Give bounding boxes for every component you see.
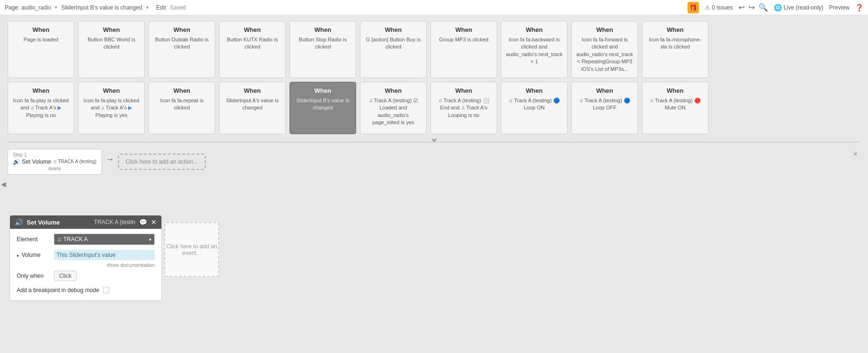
card-desc: SliderInput A's value is changed xyxy=(223,97,281,112)
trigger-card-play-yes[interactable]: When Icon fa fa-play is clicked and ♫Tra… xyxy=(78,82,145,134)
sv-debug-label: Add a breakpoint in debug mode xyxy=(17,287,99,294)
topbar: Page: audio_radio ▾ SliderInput B's valu… xyxy=(0,0,868,15)
card-when: When xyxy=(173,87,190,94)
step-1-box[interactable]: Step 1 🔊 Set Volume ♫ TRACK A (testing) … xyxy=(8,149,102,175)
trigger-card-group-mp3[interactable]: When Group MP3 is clicked xyxy=(430,21,497,78)
edit-label[interactable]: Edit xyxy=(156,4,166,11)
sv-click-button[interactable]: Click xyxy=(54,271,77,281)
trigger-label[interactable]: SliderInput B's value is changed xyxy=(61,4,142,11)
step-label: Step 1 xyxy=(13,152,97,157)
card-desc: ♫ Track A (testing) 🔵 Loop OFF xyxy=(576,97,634,112)
cards-row-2: When Icon fa fa-play is clicked and ♫Tra… xyxy=(8,82,860,134)
trigger-card-play-no[interactable]: When Icon fa fa-play is clicked and ♫Tra… xyxy=(8,82,74,134)
trigger-card-mute-on[interactable]: When ♫ Track A (testing) 🔴 Mute ON xyxy=(642,82,708,134)
card-when: When xyxy=(244,26,260,33)
sv-select-arrow-icon: ▾ xyxy=(149,237,151,242)
sv-volume-row: ● Volume This SliderInput's value xyxy=(17,250,155,260)
volume-icon: 🔊 xyxy=(13,158,20,165)
topbar-right: 🎁 ⚠ 0 issues ↩ ↪ 🔍 🌐 Live (read-only) Pr… xyxy=(688,2,863,13)
cards-row-1: When Page is loaded When Button BBC Worl… xyxy=(8,21,860,78)
card-when: When xyxy=(244,87,260,94)
sv-element-select[interactable]: ♫ TRACK A ▾ xyxy=(54,234,155,245)
card-desc: SliderInput B's value is changed xyxy=(294,97,352,112)
trigger-card-bbc[interactable]: When Button BBC World is clicked xyxy=(78,21,145,78)
sv-only-when-row: Only when Click xyxy=(17,271,155,281)
page-arrow-icon: ▾ xyxy=(55,5,57,10)
card-desc: Button BBC World is clicked xyxy=(82,36,140,51)
card-desc: Icon fa fa-play is clicked and ♫Track A'… xyxy=(82,97,140,119)
card-desc: Group MP3 is clicked xyxy=(439,36,489,43)
trigger-card-dublab[interactable]: When Button Dublab Radio is clicked xyxy=(149,21,215,78)
trigger-card-buy[interactable]: When G [action] Button Buy is clicked xyxy=(360,21,427,78)
live-label: Live (read-only) xyxy=(784,4,823,11)
card-when: When xyxy=(32,26,49,33)
card-when: When xyxy=(103,26,120,33)
left-edge-arrow[interactable]: ◀ xyxy=(0,177,7,191)
sv-title: Set Volume xyxy=(27,219,90,226)
canvas: When Page is loaded When Button BBC Worl… xyxy=(0,15,868,353)
gift-icon[interactable]: 🎁 xyxy=(688,2,699,13)
trigger-card-page-loaded[interactable]: When Page is loaded xyxy=(8,21,74,78)
card-when: When xyxy=(455,87,472,94)
sv-element-row: Element ♫ TRACK A ▾ xyxy=(17,234,155,245)
set-volume-panel: 🔊 Set Volume TRACK A (testin 💬 ✕ Element… xyxy=(10,215,162,301)
step-delete[interactable]: delete xyxy=(13,166,97,171)
trigger-card-slider-a[interactable]: When SliderInput A's value is changed xyxy=(219,82,286,134)
trigger-card-forward[interactable]: When Icon fa fa-forward is clicked and a… xyxy=(571,21,638,78)
card-desc: Icon fa fa-play is clicked and ♫Track A'… xyxy=(12,97,70,119)
card-when: When xyxy=(526,26,542,33)
step-track: ♫ TRACK A (testing) xyxy=(53,159,96,164)
step-arrow-icon: → xyxy=(106,155,114,165)
card-when: When xyxy=(385,87,401,94)
trigger-card-backward[interactable]: When Icon fa fa-backward is clicked and … xyxy=(501,21,568,78)
card-desc: G [action] Button Buy is clicked xyxy=(364,36,422,51)
trigger-card-stop[interactable]: When Button Stop Radio is clicked xyxy=(289,21,356,78)
undo-icon[interactable]: ↩ xyxy=(738,3,745,12)
sv-element-label: Element xyxy=(17,236,50,243)
sv-only-when-label: Only when xyxy=(17,273,50,279)
trigger-card-repeat[interactable]: When Icon fa fa-repeat is clicked xyxy=(149,82,215,134)
card-when: When xyxy=(596,87,613,94)
add-event-box[interactable]: Click here to add an event... xyxy=(164,222,219,277)
card-desc: ♫ Track A (testing) ☑ Loaded and audio_r… xyxy=(364,97,422,127)
trigger-arrow-icon: ▾ xyxy=(146,5,149,10)
sv-chat-icon[interactable]: 💬 xyxy=(139,218,147,226)
card-when: When xyxy=(314,87,331,94)
redo-icon[interactable]: ↪ xyxy=(748,3,755,12)
sv-close-icon[interactable]: ✕ xyxy=(151,218,157,226)
card-desc: Button Dublab Radio is clicked xyxy=(153,36,211,51)
sv-show-documentation[interactable]: show documentation xyxy=(17,262,155,268)
add-action-box[interactable]: Click here to add an action... xyxy=(118,154,206,170)
workflow-close-button[interactable]: × xyxy=(850,149,860,159)
help-icon[interactable]: ❓ xyxy=(855,4,863,11)
sv-header: 🔊 Set Volume TRACK A (testin 💬 ✕ xyxy=(10,216,161,229)
issues-badge: ⚠ 0 issues xyxy=(705,4,733,11)
card-when: When xyxy=(103,87,120,94)
sv-volume-value[interactable]: This SliderInput's value xyxy=(54,250,155,260)
trigger-card-track-end[interactable]: When ♫ Track A (testing) ⬜ End and ♫ Tra… xyxy=(430,82,497,134)
trigger-card-loop-off[interactable]: When ♫ Track A (testing) 🔵 Loop OFF xyxy=(571,82,638,134)
card-desc: ♫ Track A (testing) 🔵 Loop ON xyxy=(505,97,563,112)
trigger-card-microphone[interactable]: When Icon fa fa-microphone-sla is clicke… xyxy=(642,21,708,78)
card-desc: Button Stop Radio is clicked xyxy=(294,36,352,51)
trigger-card-kutx[interactable]: When Button KUTX Radio is clicked xyxy=(219,21,286,78)
trigger-card-slider-b[interactable]: When SliderInput B's value is changed xyxy=(289,82,356,134)
warning-icon: ⚠ xyxy=(705,4,710,11)
card-desc: Icon fa fa-backward is clicked and audio… xyxy=(505,36,563,66)
sv-element-value: TRACK A xyxy=(63,236,88,243)
trigger-card-track-loaded[interactable]: When ♫ Track A (testing) ☑ Loaded and au… xyxy=(360,82,427,134)
card-desc: ♫ Track A (testing) 🔴 Mute ON xyxy=(646,97,704,112)
workflow-area: Step 1 🔊 Set Volume ♫ TRACK A (testing) … xyxy=(0,144,868,179)
add-event-label: Click here to add an event... xyxy=(165,243,218,256)
search-icon[interactable]: 🔍 xyxy=(758,3,768,12)
globe-icon: 🌐 xyxy=(774,4,782,11)
sv-body: Element ♫ TRACK A ▾ ● Volume This Slider… xyxy=(10,229,161,300)
trigger-card-loop-on[interactable]: When ♫ Track A (testing) 🔵 Loop ON xyxy=(501,82,568,134)
sv-volume-label: ● Volume xyxy=(17,252,50,258)
card-when: When xyxy=(32,87,49,94)
card-when: When xyxy=(385,26,401,33)
preview-button[interactable]: Preview xyxy=(829,4,849,11)
card-when: When xyxy=(667,87,683,94)
sv-debug-checkbox[interactable] xyxy=(103,287,110,294)
card-desc: Page is loaded xyxy=(24,36,59,43)
